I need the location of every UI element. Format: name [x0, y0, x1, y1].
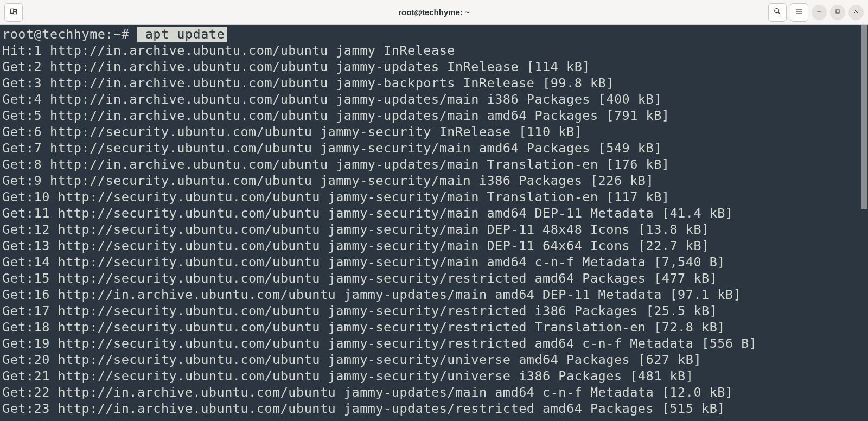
output-line: Get:3 http://in.archive.ubuntu.com/ubunt… [2, 75, 866, 91]
output-line: Get:12 http://security.ubuntu.com/ubuntu… [2, 221, 866, 238]
hamburger-icon [795, 7, 803, 17]
output-line: Get:15 http://security.ubuntu.com/ubuntu… [2, 270, 866, 286]
hamburger-menu-button[interactable] [790, 3, 808, 22]
svg-rect-1 [836, 10, 839, 13]
titlebar: root@techhyme: ~ [0, 0, 868, 25]
prompt-line: root@techhyme:~# apt update [2, 26, 866, 42]
output-line: Get:7 http://security.ubuntu.com/ubuntu … [2, 140, 866, 156]
output-line: Get:16 http://in.archive.ubuntu.com/ubun… [2, 286, 866, 303]
close-icon [853, 8, 859, 16]
scrollbar-thumb[interactable] [861, 25, 867, 209]
output-line: Hit:1 http://in.archive.ubuntu.com/ubunt… [2, 42, 866, 59]
prompt-text: root@techhyme:~# [2, 27, 129, 42]
output-line: Get:18 http://security.ubuntu.com/ubuntu… [2, 319, 866, 335]
output-line: Get:20 http://security.ubuntu.com/ubuntu… [2, 352, 866, 368]
titlebar-left [4, 3, 23, 22]
new-tab-button[interactable] [4, 3, 23, 22]
titlebar-right [768, 3, 864, 22]
output-line: Get:4 http://in.archive.ubuntu.com/ubunt… [2, 91, 866, 107]
scrollbar[interactable] [860, 25, 868, 421]
search-icon [773, 7, 782, 17]
command-text: apt update [137, 27, 227, 42]
maximize-icon [834, 8, 841, 16]
maximize-button[interactable] [830, 5, 845, 20]
output-line: Get:11 http://security.ubuntu.com/ubuntu… [2, 205, 866, 221]
output-line: Get:5 http://in.archive.ubuntu.com/ubunt… [2, 107, 866, 124]
output-line: Get:23 http://in.archive.ubuntu.com/ubun… [2, 400, 866, 417]
output-line: Get:9 http://security.ubuntu.com/ubuntu … [2, 173, 866, 189]
output-line: Get:22 http://in.archive.ubuntu.com/ubun… [2, 384, 866, 400]
minimize-button[interactable] [812, 5, 827, 20]
output-line: Get:14 http://security.ubuntu.com/ubuntu… [2, 254, 866, 270]
output-line: Get:19 http://security.ubuntu.com/ubuntu… [2, 335, 866, 352]
output-line: Get:6 http://security.ubuntu.com/ubuntu … [2, 124, 866, 140]
output-line: Get:2 http://in.archive.ubuntu.com/ubunt… [2, 59, 866, 75]
output-line: Get:13 http://security.ubuntu.com/ubuntu… [2, 238, 866, 254]
minimize-icon [816, 8, 822, 16]
search-button[interactable] [768, 3, 787, 22]
terminal-output: Hit:1 http://in.archive.ubuntu.com/ubunt… [2, 42, 866, 417]
output-line: Get:21 http://security.ubuntu.com/ubuntu… [2, 368, 866, 384]
close-button[interactable] [848, 5, 864, 20]
output-line: Get:17 http://security.ubuntu.com/ubuntu… [2, 303, 866, 319]
new-tab-icon [9, 7, 18, 17]
window-title: root@techhyme: ~ [398, 8, 470, 17]
output-line: Get:8 http://in.archive.ubuntu.com/ubunt… [2, 156, 866, 173]
terminal[interactable]: root@techhyme:~# apt update Hit:1 http:/… [0, 25, 868, 421]
svg-point-0 [775, 9, 779, 13]
output-line: Get:10 http://security.ubuntu.com/ubuntu… [2, 189, 866, 205]
